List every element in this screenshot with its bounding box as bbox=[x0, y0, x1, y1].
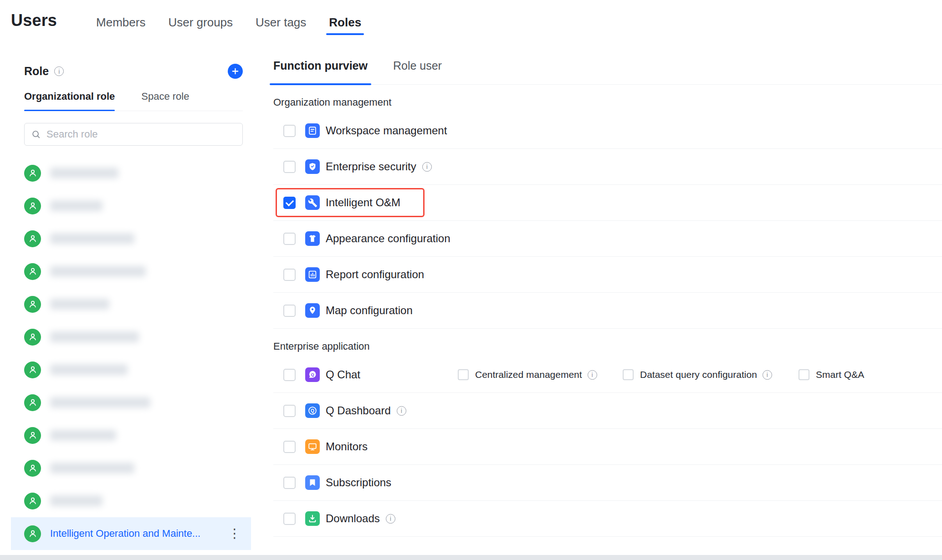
permission-label: Subscriptions bbox=[326, 476, 391, 489]
redacted-role-name bbox=[50, 463, 134, 473]
downloads-info-icon[interactable] bbox=[386, 514, 395, 524]
sub-option-label: Smart Q&A bbox=[816, 369, 864, 380]
checkbox-workspace-management[interactable] bbox=[283, 125, 296, 137]
search-role-input[interactable] bbox=[46, 128, 236, 141]
permission-row-downloads: Downloads bbox=[273, 501, 942, 537]
permission-row-subscriptions: Subscriptions bbox=[273, 465, 942, 501]
redacted-role-name bbox=[50, 364, 128, 375]
selected-role-label: Intelligent Operation and Mainte... bbox=[50, 528, 217, 540]
role-list-item[interactable] bbox=[11, 353, 251, 386]
tab-user-tags[interactable]: User tags bbox=[255, 0, 307, 37]
checkbox-smart-qa[interactable] bbox=[799, 369, 809, 380]
add-role-button[interactable] bbox=[228, 64, 243, 79]
tab-user-groups[interactable]: User groups bbox=[167, 0, 234, 37]
role-list: Intelligent Operation and Mainte... ⋮ bbox=[11, 157, 251, 550]
workspace-icon bbox=[305, 123, 320, 138]
wrench-icon bbox=[305, 195, 320, 210]
header-tabs: Members User groups User tags Roles bbox=[95, 0, 362, 37]
subscriptions-icon bbox=[305, 475, 320, 490]
centralized-management-info-icon[interactable] bbox=[588, 370, 597, 380]
tab-roles[interactable]: Roles bbox=[328, 0, 362, 37]
permission-label: Appearance configuration bbox=[326, 232, 451, 245]
permission-label: Q Chat bbox=[326, 368, 360, 381]
checkbox-monitors[interactable] bbox=[283, 441, 296, 453]
enterprise-security-info-icon[interactable] bbox=[422, 162, 432, 172]
permission-row-enterprise-security: Enterprise security bbox=[273, 149, 942, 185]
sub-option-label: Centralized management bbox=[475, 369, 582, 380]
role-list-item[interactable] bbox=[11, 157, 251, 189]
svg-text:Q: Q bbox=[311, 408, 314, 413]
tab-organizational-role[interactable]: Organizational role bbox=[24, 91, 115, 111]
svg-text:Q: Q bbox=[311, 372, 314, 377]
redacted-role-name bbox=[50, 266, 146, 277]
security-shield-icon bbox=[305, 159, 320, 174]
permission-label: Workspace management bbox=[326, 124, 447, 137]
role-avatar-icon bbox=[24, 427, 41, 444]
role-list-item[interactable] bbox=[11, 255, 251, 288]
checkbox-intelligent-om[interactable] bbox=[283, 197, 296, 209]
role-avatar-icon bbox=[24, 165, 41, 182]
detail-tabs: Function purview Role user bbox=[273, 46, 942, 85]
permission-label: Monitors bbox=[326, 440, 368, 453]
permission-label: Intelligent O&M bbox=[326, 196, 400, 209]
tab-role-user[interactable]: Role user bbox=[393, 59, 442, 84]
page-header: Users Members User groups User tags Role… bbox=[0, 0, 942, 46]
q-chat-icon: Q bbox=[305, 367, 320, 382]
permission-label: Downloads bbox=[326, 512, 380, 525]
checkbox-dataset-query-configuration[interactable] bbox=[623, 369, 634, 380]
role-avatar-icon bbox=[24, 329, 41, 346]
sub-option-label: Dataset query configuration bbox=[640, 369, 757, 380]
checkbox-appearance-configuration[interactable] bbox=[283, 233, 296, 245]
redacted-role-name bbox=[50, 168, 118, 178]
permission-row-appearance-configuration: Appearance configuration bbox=[273, 221, 942, 257]
role-list-item[interactable] bbox=[11, 321, 251, 353]
permission-row-report-configuration: Report configuration bbox=[273, 257, 942, 293]
role-info-icon[interactable] bbox=[54, 66, 64, 76]
role-list-item[interactable] bbox=[11, 222, 251, 255]
role-list-item[interactable] bbox=[11, 288, 251, 321]
tab-space-role[interactable]: Space role bbox=[141, 91, 189, 111]
sub-option-smart-qa: Smart Q&A bbox=[799, 369, 864, 380]
redacted-role-name bbox=[50, 233, 134, 244]
dataset-query-configuration-info-icon[interactable] bbox=[763, 370, 772, 380]
role-avatar-icon bbox=[24, 296, 41, 313]
role-avatar-icon bbox=[24, 263, 41, 280]
checkbox-centralized-management[interactable] bbox=[458, 369, 469, 380]
q-dashboard-info-icon[interactable] bbox=[397, 406, 406, 416]
checkbox-q-chat[interactable] bbox=[283, 369, 296, 381]
download-icon bbox=[305, 511, 320, 526]
role-list-item[interactable] bbox=[11, 419, 251, 452]
page-title: Users bbox=[11, 0, 57, 30]
redacted-role-name bbox=[50, 331, 139, 342]
monitor-icon bbox=[305, 439, 320, 454]
role-list-item[interactable] bbox=[11, 386, 251, 419]
redacted-role-name bbox=[50, 430, 116, 441]
redacted-role-name bbox=[50, 299, 109, 310]
permission-row-q-dashboard: Q Q Dashboard bbox=[273, 393, 942, 429]
checkbox-subscriptions[interactable] bbox=[283, 477, 296, 489]
checkbox-map-configuration[interactable] bbox=[283, 305, 296, 317]
role-list-item-selected[interactable]: Intelligent Operation and Mainte... ⋮ bbox=[11, 517, 251, 550]
sub-option-centralized-management: Centralized management bbox=[458, 369, 597, 380]
permission-row-workspace-management: Workspace management bbox=[273, 113, 942, 149]
role-sidebar: Role Organizational role Space role bbox=[11, 46, 251, 560]
role-avatar-icon bbox=[24, 493, 41, 509]
permission-label: Report configuration bbox=[326, 268, 424, 281]
checkbox-downloads[interactable] bbox=[283, 513, 296, 525]
role-list-item[interactable] bbox=[11, 452, 251, 484]
permission-row-q-chat: Q Q Chat Centralized management Dataset … bbox=[273, 357, 942, 393]
checkbox-q-dashboard[interactable] bbox=[283, 405, 296, 417]
tab-members[interactable]: Members bbox=[95, 0, 146, 37]
q-dashboard-icon: Q bbox=[305, 403, 320, 418]
role-list-item[interactable] bbox=[11, 189, 251, 222]
permission-label: Enterprise security bbox=[326, 160, 416, 173]
search-role-box[interactable] bbox=[24, 123, 243, 146]
checkbox-enterprise-security[interactable] bbox=[283, 161, 296, 173]
redacted-role-name bbox=[50, 495, 102, 506]
checkbox-report-configuration[interactable] bbox=[283, 269, 296, 281]
role-list-item[interactable] bbox=[11, 484, 251, 517]
more-options-icon[interactable]: ⋮ bbox=[226, 527, 243, 540]
horizontal-scrollbar[interactable] bbox=[0, 555, 942, 560]
tab-function-purview[interactable]: Function purview bbox=[273, 59, 368, 84]
plus-icon bbox=[231, 67, 239, 75]
